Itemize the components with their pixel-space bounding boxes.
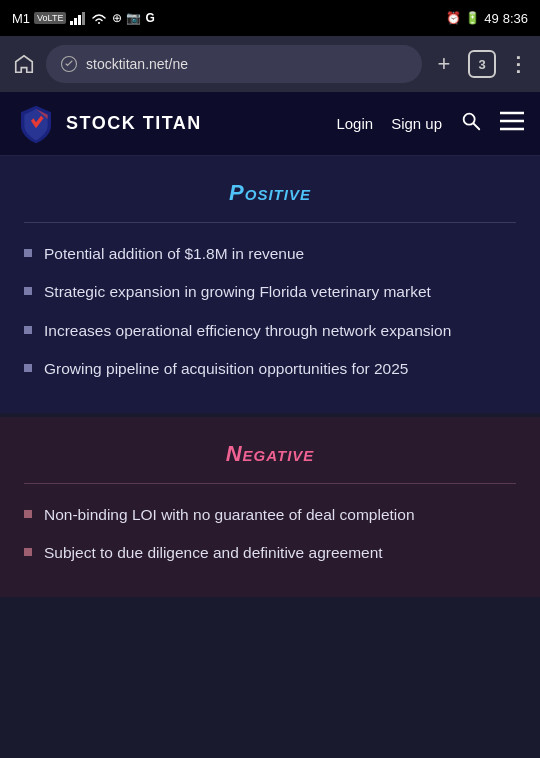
login-link[interactable]: Login — [336, 115, 373, 132]
positive-bullet-4: Growing pipeline of acquisition opportun… — [44, 358, 408, 380]
positive-title: Positive — [24, 180, 516, 206]
positive-bullet-3: Increases operational efficiency through… — [44, 320, 451, 342]
svg-rect-3 — [82, 12, 85, 25]
time-display: 8:36 — [503, 11, 528, 26]
positive-bullet-list: Potential addition of $1.8M in revenue S… — [24, 243, 516, 381]
positive-bullet-2: Strategic expansion in growing Florida v… — [44, 281, 431, 303]
svg-point-5 — [464, 114, 475, 125]
list-item: Subject to due diligence and definitive … — [24, 542, 516, 564]
bullet-icon — [24, 364, 32, 372]
logo-icon — [16, 104, 56, 144]
browser-actions: + 3 ⋮ — [430, 50, 530, 78]
bullet-icon — [24, 326, 32, 334]
url-security-icon — [60, 55, 78, 73]
battery-level: 49 — [484, 11, 498, 26]
negative-section: Negative Non-binding LOI with no guarant… — [0, 413, 540, 597]
hamburger-icon[interactable] — [500, 111, 524, 136]
tab-count-button[interactable]: 3 — [468, 50, 496, 78]
negative-bullet-1: Non-binding LOI with no guarantee of dea… — [44, 504, 415, 526]
browser-menu-button[interactable]: ⋮ — [506, 52, 530, 76]
list-item: Increases operational efficiency through… — [24, 320, 516, 342]
svg-rect-1 — [74, 18, 77, 25]
search-icon[interactable] — [460, 110, 482, 137]
site-header: STOCK TITAN Login Sign up — [0, 92, 540, 156]
alarm-icon: ⏰ — [446, 11, 461, 25]
site-logo[interactable]: STOCK TITAN — [16, 104, 202, 144]
list-item: Growing pipeline of acquisition opportun… — [24, 358, 516, 380]
g-icon: G — [145, 11, 154, 25]
bullet-icon — [24, 548, 32, 556]
new-tab-button[interactable]: + — [430, 50, 458, 78]
bullet-icon — [24, 510, 32, 518]
status-bar: M1 VoLTE ⊕ 📷 G ⏰ 🔋 49 8:36 — [0, 0, 540, 36]
signup-link[interactable]: Sign up — [391, 115, 442, 132]
extra-icon-1: ⊕ — [112, 11, 122, 25]
negative-bullet-2: Subject to due diligence and definitive … — [44, 542, 383, 564]
status-right: ⏰ 🔋 49 8:36 — [446, 11, 528, 26]
list-item: Strategic expansion in growing Florida v… — [24, 281, 516, 303]
negative-divider — [24, 483, 516, 484]
home-button[interactable] — [10, 50, 38, 78]
bullet-icon — [24, 287, 32, 295]
negative-bullet-list: Non-binding LOI with no guarantee of dea… — [24, 504, 516, 565]
status-left: M1 VoLTE ⊕ 📷 G — [12, 11, 155, 26]
list-item: Non-binding LOI with no guarantee of dea… — [24, 504, 516, 526]
positive-divider — [24, 222, 516, 223]
signal-icon — [70, 12, 86, 25]
list-item: Potential addition of $1.8M in revenue — [24, 243, 516, 265]
browser-chrome: stocktitan.net/ne + 3 ⋮ — [0, 36, 540, 92]
url-bar[interactable]: stocktitan.net/ne — [46, 45, 422, 83]
site-nav: Login Sign up — [336, 110, 524, 137]
wifi-icon — [90, 12, 108, 25]
logo-text: STOCK TITAN — [66, 113, 202, 134]
battery-icon: 🔋 — [465, 11, 480, 25]
url-text: stocktitan.net/ne — [86, 56, 188, 72]
svg-rect-2 — [78, 15, 81, 25]
negative-title: Negative — [24, 441, 516, 467]
bullet-icon — [24, 249, 32, 257]
positive-bullet-1: Potential addition of $1.8M in revenue — [44, 243, 304, 265]
volte-badge: VoLTE — [34, 12, 66, 24]
positive-section: Positive Potential addition of $1.8M in … — [0, 156, 540, 413]
svg-rect-0 — [70, 21, 73, 25]
carrier-label: M1 — [12, 11, 30, 26]
svg-line-6 — [474, 124, 480, 130]
extra-icon-2: 📷 — [126, 11, 141, 25]
